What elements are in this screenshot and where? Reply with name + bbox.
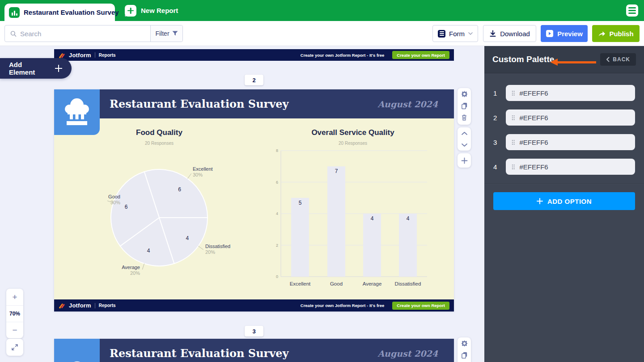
tab-restaurant-evaluation-survey[interactable]: Restaurant Evaluation Survey: [4, 4, 115, 21]
svg-text:Dissatisfied: Dissatisfied: [395, 281, 421, 286]
svg-text:6: 6: [178, 186, 181, 193]
report-title: Restaurant Evaluation Survey: [110, 97, 288, 110]
bar-chart-title-block: Overall Service Quality 20 Responses: [286, 128, 420, 146]
move-up-chevron-icon[interactable]: [458, 127, 471, 139]
duplicate-icon[interactable]: [458, 100, 471, 111]
app-header: Restaurant Evaluation Survey New Report: [0, 0, 644, 21]
svg-text:8: 8: [276, 148, 278, 153]
palette-option-row: 1: [493, 85, 635, 101]
option-index: 4: [493, 163, 506, 171]
search-box: [5, 25, 150, 42]
pie-chart-subtitle: 20 Responses: [92, 141, 226, 146]
svg-text:Average: Average: [363, 281, 382, 286]
plus-icon: [55, 64, 63, 72]
create-report-cta-button[interactable]: Create your own Report: [392, 302, 449, 310]
pie-label-good: Good 30%: [93, 194, 120, 206]
create-report-cta-button[interactable]: Create your own Report: [392, 51, 449, 59]
bar-chart-title: Overall Service Quality: [286, 128, 420, 137]
filter-funnel-icon: [172, 31, 178, 36]
settings-sidebar: Custom Palette BACK 1: [484, 46, 644, 362]
hamburger-menu-icon[interactable]: [626, 4, 638, 17]
svg-text:6: 6: [125, 204, 128, 210]
settings-gear-icon[interactable]: [458, 88, 471, 100]
annotation-arrow-icon: [550, 59, 596, 66]
add-plus-icon[interactable]: [458, 153, 471, 168]
color-hex-input[interactable]: [519, 89, 629, 97]
report-avatar: [54, 339, 100, 362]
publish-button[interactable]: Publish: [592, 25, 640, 42]
report-title: Restaurant Evaluation Survey: [110, 347, 288, 360]
search-icon: [10, 30, 17, 37]
color-hex-input[interactable]: [519, 163, 629, 171]
color-hex-input[interactable]: [519, 114, 629, 122]
report-date: August 2024: [377, 99, 438, 109]
banner-section: Reports: [99, 53, 116, 58]
workspace: Jotform Reports Create your own Jotform …: [0, 46, 644, 362]
color-value-field[interactable]: [506, 159, 635, 175]
report-charts-section[interactable]: Food Quality 20 Responses 6446 Excellent…: [54, 118, 454, 299]
search-input[interactable]: [20, 30, 145, 38]
option-index: 3: [493, 139, 506, 146]
report-canvas[interactable]: Jotform Reports Create your own Jotform …: [0, 46, 484, 362]
pie-chart-title-block: Food Quality 20 Responses: [92, 128, 226, 146]
move-down-chevron-icon[interactable]: [458, 139, 471, 151]
color-value-field[interactable]: [506, 109, 635, 126]
svg-text:4: 4: [276, 211, 278, 216]
element-actions-toolbar-page3: [458, 337, 471, 362]
drag-handle-icon[interactable]: [512, 115, 515, 121]
pie-label-dissatisfied: Dissatisfied 20%: [205, 244, 230, 255]
plus-icon: [125, 5, 136, 17]
svg-text:5: 5: [299, 200, 302, 206]
trash-icon[interactable]: [458, 111, 471, 123]
fullscreen-expand-button[interactable]: [6, 339, 23, 356]
report-header[interactable]: Restaurant Evaluation Survey August 2024: [54, 339, 454, 362]
new-report-button[interactable]: New Report: [119, 0, 184, 21]
bar-chart-subtitle: 20 Responses: [286, 141, 420, 146]
svg-text:4: 4: [407, 215, 410, 222]
form-dropdown-button[interactable]: Form: [432, 25, 478, 42]
form-icon: [438, 30, 445, 38]
banner-divider: [95, 303, 95, 308]
option-index: 1: [493, 89, 506, 97]
color-value-field[interactable]: [506, 134, 635, 150]
drag-handle-icon[interactable]: [512, 90, 515, 96]
bar-chart[interactable]: 864205Excellent7Good4Average4Dissatisfie…: [272, 147, 433, 290]
sidebar-title: Custom Palette: [492, 55, 554, 64]
element-actions-toolbar: [458, 88, 471, 125]
jotform-logo-icon: [59, 302, 65, 309]
duplicate-icon[interactable]: [458, 349, 471, 361]
banner-promo-text: Create your own Jotform Report - It's fr…: [301, 53, 385, 58]
filter-button[interactable]: Filter: [150, 25, 182, 42]
chevron-down-icon: [468, 32, 473, 35]
back-button[interactable]: BACK: [600, 53, 636, 66]
svg-text:0: 0: [276, 274, 278, 279]
filter-label: Filter: [155, 30, 169, 37]
report-date: August 2024: [377, 349, 438, 358]
page-2-badge: 2: [245, 75, 263, 85]
settings-gear-icon[interactable]: [458, 337, 471, 349]
preview-button[interactable]: Preview: [541, 25, 588, 42]
page1-footer-banner: Jotform Reports Create your own Jotform …: [54, 49, 454, 61]
add-option-button[interactable]: ADD OPTION: [493, 192, 635, 210]
zoom-out-button[interactable]: −: [6, 322, 23, 338]
download-button[interactable]: Download: [483, 25, 536, 42]
search-filter-group: Filter: [4, 25, 183, 42]
pie-label-excellent: Excellent 30%: [193, 166, 213, 178]
palette-options-list: 1 2 3: [484, 73, 644, 362]
color-value-field[interactable]: [506, 85, 635, 101]
option-index: 2: [493, 114, 506, 122]
drag-handle-icon[interactable]: [512, 164, 515, 170]
tab-title: Restaurant Evaluation Survey: [24, 8, 119, 16]
chevron-left-icon: [606, 57, 610, 62]
add-element-inline-toolbar: [458, 153, 471, 168]
zoom-in-button[interactable]: +: [6, 289, 23, 305]
add-element-button[interactable]: Add Element: [0, 58, 72, 79]
svg-text:4: 4: [371, 215, 374, 222]
report-header[interactable]: Restaurant Evaluation Survey August 2024: [54, 89, 454, 118]
cloud-icon: [62, 356, 92, 362]
report-page-3[interactable]: Restaurant Evaluation Survey August 2024: [54, 339, 454, 362]
add-option-label: ADD OPTION: [547, 198, 592, 205]
color-hex-input[interactable]: [519, 139, 629, 146]
drag-handle-icon[interactable]: [512, 139, 515, 145]
report-page-2[interactable]: Restaurant Evaluation Survey August 2024…: [54, 89, 454, 311]
